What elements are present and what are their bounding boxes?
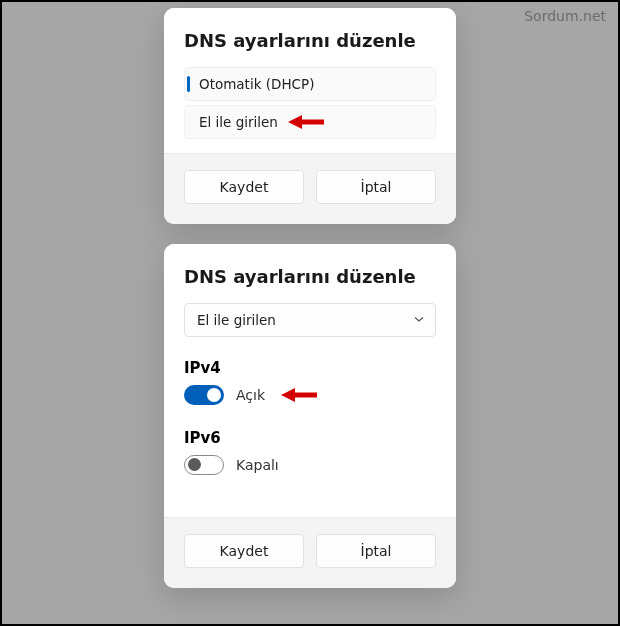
ipv6-state-label: Kapalı (236, 457, 279, 473)
dns-mode-select[interactable]: El ile girilen (184, 303, 436, 337)
svg-marker-1 (288, 115, 302, 129)
dialog2-body: DNS ayarlarını düzenle El ile girilen IP… (164, 244, 456, 517)
dns-mode-select-value: El ile girilen (197, 312, 276, 328)
dns-dialog-2: DNS ayarlarını düzenle El ile girilen IP… (164, 244, 456, 588)
arrow-left-icon (288, 113, 326, 131)
cancel-button[interactable]: İptal (316, 534, 436, 568)
ipv4-heading: IPv4 (184, 359, 436, 377)
ipv4-toggle[interactable] (184, 385, 224, 405)
ipv6-heading: IPv6 (184, 429, 436, 447)
save-button[interactable]: Kaydet (184, 534, 304, 568)
svg-marker-3 (281, 388, 295, 402)
dialog2-title: DNS ayarlarını düzenle (184, 266, 436, 287)
option-auto-dhcp[interactable]: Otomatik (DHCP) (184, 67, 436, 101)
ipv4-toggle-row: Açık (184, 385, 436, 405)
option-manual[interactable]: El ile girilen (184, 105, 436, 139)
ipv6-toggle[interactable] (184, 455, 224, 475)
dialog1-footer: Kaydet İptal (164, 153, 456, 224)
dialog1-body: DNS ayarlarını düzenle Otomatik (DHCP) E… (164, 8, 456, 153)
arrow-left-icon (281, 386, 319, 404)
dns-dialog-1: DNS ayarlarını düzenle Otomatik (DHCP) E… (164, 8, 456, 224)
dns-mode-option-list: Otomatik (DHCP) El ile girilen (184, 67, 436, 139)
option-auto-label: Otomatik (DHCP) (199, 76, 314, 92)
cancel-button[interactable]: İptal (316, 170, 436, 204)
stage: DNS ayarlarını düzenle Otomatik (DHCP) E… (2, 8, 618, 608)
save-button[interactable]: Kaydet (184, 170, 304, 204)
option-manual-label: El ile girilen (199, 114, 278, 130)
dialog1-title: DNS ayarlarını düzenle (184, 30, 436, 51)
dialog2-footer: Kaydet İptal (164, 517, 456, 588)
ipv6-toggle-row: Kapalı (184, 455, 436, 475)
chevron-down-icon (413, 312, 425, 328)
ipv4-state-label: Açık (236, 387, 265, 403)
